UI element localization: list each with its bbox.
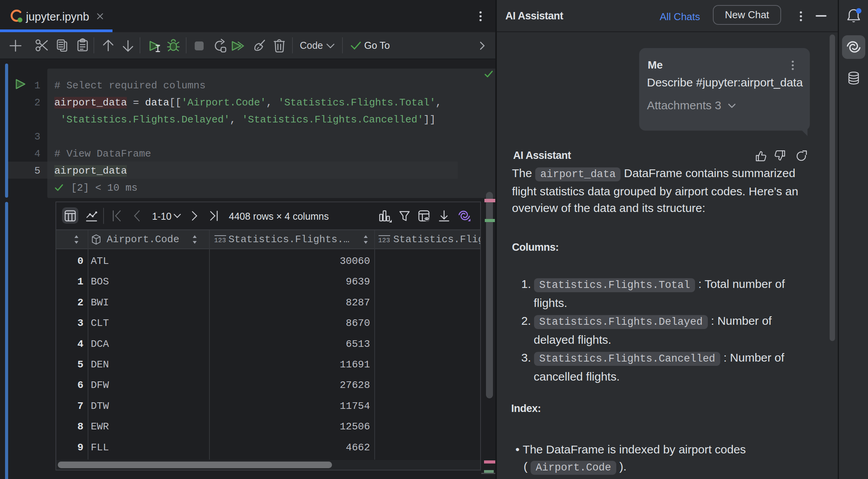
svg-text:123: 123 bbox=[214, 237, 226, 244]
svg-text:123: 123 bbox=[378, 237, 390, 244]
